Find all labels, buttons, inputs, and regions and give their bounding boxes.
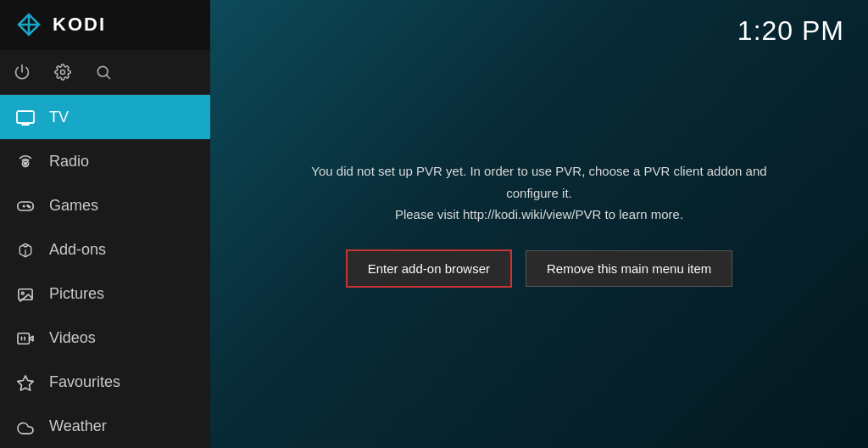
sidebar-item-games[interactable]: Games — [0, 183, 210, 227]
sidebar: KODI — [0, 0, 210, 448]
svg-marker-23 — [18, 375, 33, 389]
kodi-logo-icon — [14, 9, 44, 40]
sidebar-toolbar — [0, 50, 210, 95]
sidebar-item-pictures[interactable]: Pictures — [0, 272, 210, 316]
pvr-message-line1: You did not set up PVR yet. In order to … — [311, 164, 766, 200]
sidebar-item-favourites-label: Favourites — [49, 373, 120, 391]
power-icon[interactable] — [14, 64, 31, 81]
games-icon — [14, 197, 37, 215]
main-content: 1:20 PM You did not set up PVR yet. In o… — [210, 0, 868, 448]
pvr-buttons: Enter add-on browser Remove this main me… — [285, 249, 793, 288]
pvr-message-line2: Please visit http://kodi.wiki/view/PVR t… — [395, 207, 683, 221]
svg-point-15 — [29, 206, 30, 207]
pvr-message: You did not set up PVR yet. In order to … — [285, 160, 793, 226]
enter-addon-browser-button[interactable]: Enter add-on browser — [346, 249, 512, 288]
sidebar-item-videos-label: Videos — [49, 329, 96, 347]
weather-icon — [14, 417, 37, 435]
favourites-icon — [14, 372, 37, 390]
svg-point-10 — [25, 162, 27, 165]
sidebar-item-favourites[interactable]: Favourites — [0, 360, 210, 404]
svg-point-4 — [97, 66, 108, 76]
sidebar-header: KODI — [0, 0, 210, 50]
sidebar-item-games-label: Games — [49, 197, 98, 215]
videos-icon — [14, 329, 37, 347]
sidebar-item-radio[interactable]: Radio — [0, 139, 210, 183]
svg-point-18 — [22, 292, 25, 294]
sidebar-item-weather[interactable]: Weather — [0, 404, 210, 448]
sidebar-nav: TV Radio — [0, 95, 210, 448]
svg-line-5 — [107, 76, 110, 79]
sidebar-item-pictures-label: Pictures — [49, 285, 104, 303]
svg-rect-19 — [18, 333, 30, 344]
svg-rect-17 — [19, 288, 32, 300]
app-title: KODI — [53, 14, 106, 36]
sidebar-item-tv[interactable]: TV — [0, 95, 210, 139]
sidebar-item-radio-label: Radio — [49, 153, 89, 171]
clock: 1:20 PM — [737, 15, 844, 47]
sidebar-item-videos[interactable]: Videos — [0, 316, 210, 360]
sidebar-item-addons-label: Add-ons — [49, 241, 106, 259]
sidebar-item-tv-label: TV — [49, 109, 69, 126]
pictures-icon — [14, 285, 37, 303]
addons-icon — [14, 241, 37, 259]
tv-icon — [14, 109, 37, 126]
sidebar-item-weather-label: Weather — [49, 417, 107, 435]
svg-rect-6 — [17, 111, 34, 123]
svg-point-3 — [61, 70, 65, 74]
pvr-dialog: You did not set up PVR yet. In order to … — [251, 143, 827, 305]
remove-menu-item-button[interactable]: Remove this main menu item — [526, 250, 732, 287]
settings-icon[interactable] — [54, 64, 71, 81]
svg-point-14 — [27, 205, 28, 206]
radio-icon — [14, 153, 37, 171]
svg-rect-11 — [18, 202, 33, 210]
search-icon[interactable] — [95, 64, 112, 81]
sidebar-item-addons[interactable]: Add-ons — [0, 227, 210, 272]
